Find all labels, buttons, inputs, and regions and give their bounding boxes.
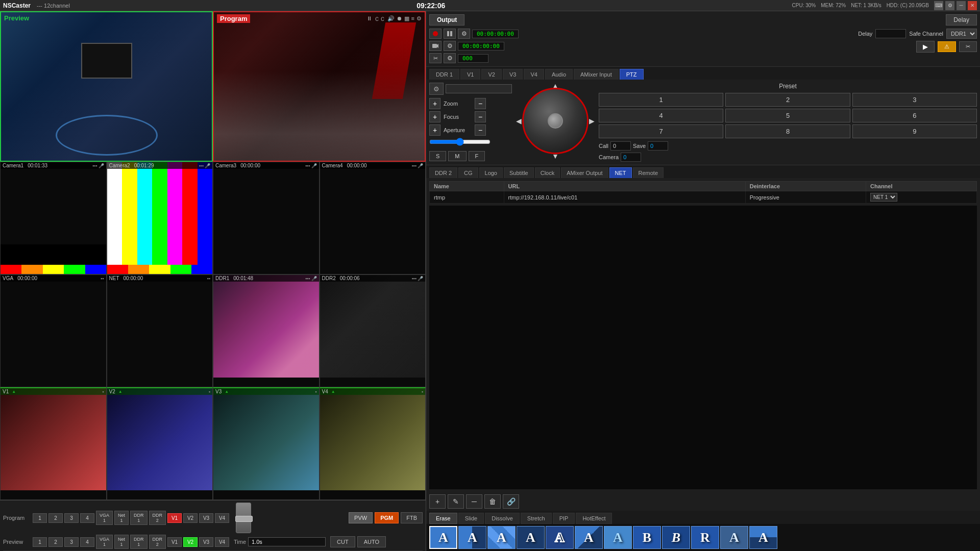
program-btn-v1[interactable]: V1 [167,513,182,523]
gear-icon[interactable]: ⚙ [416,15,422,23]
ptz-joystick[interactable]: ▲ ◀ ▶ ▼ [517,83,594,159]
tab-audio[interactable]: Audio [545,69,573,80]
program-btn-vga1[interactable]: VGA1 [96,511,113,525]
preset-btn-4[interactable]: 4 [599,109,723,122]
call-input[interactable] [610,141,631,151]
out-gear-3[interactable]: ⚙ [444,53,456,63]
cc-icon[interactable]: ＣＣ [374,15,385,23]
grid-icon[interactable]: ▦ [404,15,409,23]
audio-icon[interactable]: 🔊 [387,15,395,23]
effect-thumb-0[interactable]: A [429,526,457,549]
ptz-gear-btn[interactable]: ⚙ [429,83,444,95]
preview-btn-2[interactable]: 2 [48,537,63,547]
net-add-btn[interactable]: + [429,494,446,509]
program-btn-3[interactable]: 3 [64,513,79,523]
preset-btn-9[interactable]: 9 [852,124,977,138]
pgm-button[interactable]: PGM [375,512,399,523]
scissors-icon[interactable]: ✂ [429,53,442,63]
preview-btn-ddr2[interactable]: DDR2 [149,535,166,549]
effect-thumb-3[interactable]: A [517,526,545,549]
preview-btn-1[interactable]: 1 [33,537,47,547]
preview-btn-4[interactable]: 4 [80,537,94,547]
btab-remote[interactable]: Remote [633,167,664,178]
pvw-button[interactable]: PVW [349,512,373,523]
net-row-rtmp[interactable]: rtmp rtmp://192.168.0.11/live/c01 Progre… [430,191,977,204]
delay-cut-button[interactable]: ✂ [959,41,977,52]
preview-btn-ddr1[interactable]: DDR1 [130,535,148,549]
aperture-plus-btn[interactable]: + [429,124,440,136]
net-link-btn[interactable]: 🔗 [503,494,519,509]
pause-out-icon[interactable] [444,29,456,39]
preset-btn-3[interactable]: 3 [852,93,977,107]
effect-thumb-1[interactable]: A [458,526,486,549]
tbar[interactable] [236,503,251,533]
delay-tab[interactable]: Delay [946,14,977,26]
save-input[interactable] [648,141,668,151]
trans-tab-erase[interactable]: Erase [429,513,457,524]
preset-btn-2[interactable]: 2 [725,93,850,107]
effect-thumb-9[interactable]: R [691,526,719,549]
safe-channel-select[interactable]: DDR1 DDR2 [946,29,977,39]
trans-tab-hoteffect[interactable]: HotEffect [576,513,612,524]
effect-thumb-7[interactable]: B [633,526,661,549]
pause-icon[interactable]: ⏸ [366,15,372,23]
effect-thumb-5[interactable]: A [575,526,603,549]
btab-cg[interactable]: CG [458,167,478,178]
effect-thumb-8[interactable]: B [662,526,690,549]
close-btn[interactable]: ✕ [968,1,977,10]
preset-btn-5[interactable]: 5 [725,109,850,122]
trans-tab-slide[interactable]: Slide [458,513,484,524]
time-input[interactable] [248,537,326,546]
program-btn-ddr1[interactable]: DDR1 [130,511,148,525]
ptz-f-btn[interactable]: F [469,151,485,161]
tab-amixer-input[interactable]: AMixer Input [574,69,619,80]
program-btn-v2[interactable]: V2 [183,513,198,523]
arrow-right-icon[interactable]: ▶ [589,117,595,125]
program-btn-4[interactable]: 4 [80,513,94,523]
preview-btn-3[interactable]: 3 [64,537,79,547]
zoom-minus-btn[interactable]: − [475,98,486,109]
keyboard-btn[interactable]: ⌨ [934,1,943,10]
output-tab[interactable]: Output [429,14,464,26]
preset-btn-7[interactable]: 7 [599,124,723,138]
arrow-down-icon[interactable]: ▼ [552,152,559,160]
preview-btn-v3[interactable]: V3 [199,537,213,547]
program-btn-v3[interactable]: V3 [199,513,213,523]
preview-btn-v4[interactable]: V4 [215,537,229,547]
delay-play-button[interactable]: ▶ [916,41,935,53]
trans-tab-pip[interactable]: PIP [553,513,575,524]
btab-amixer-output[interactable]: AMixer Output [561,167,608,178]
tab-v3[interactable]: V3 [503,69,523,80]
tab-v1[interactable]: V1 [460,69,480,80]
cut-button[interactable]: CUT [330,536,355,547]
arrow-left-icon[interactable]: ◀ [516,117,522,125]
btab-clock[interactable]: Clock [535,167,560,178]
focus-plus-btn[interactable]: + [429,111,440,122]
camera-input[interactable] [621,153,641,162]
program-btn-2[interactable]: 2 [48,513,63,523]
ptz-dropdown[interactable] [446,84,512,93]
preset-btn-6[interactable]: 6 [852,109,977,122]
auto-button[interactable]: AUTO [357,536,386,547]
effect-thumb-10[interactable]: A [720,526,748,549]
trans-tab-stretch[interactable]: Stretch [521,513,552,524]
net-remove-btn[interactable]: ─ [466,494,482,509]
net-edit-btn[interactable]: ✎ [448,494,464,509]
btab-ddr2[interactable]: DDR 2 [429,167,457,178]
program-btn-net1[interactable]: Net1 [114,511,129,525]
preview-btn-v2[interactable]: V2 [183,537,198,547]
aperture-minus-btn[interactable]: − [475,124,486,136]
settings-win-btn[interactable]: ⚙ [945,1,954,10]
trans-tab-dissolve[interactable]: Dissolve [485,513,520,524]
net-channel-select[interactable]: NET 1 NET 2 [870,193,897,202]
btab-net[interactable]: NET [609,167,632,178]
camera-out-icon[interactable] [429,41,442,51]
ptz-m-btn[interactable]: M [448,151,466,161]
program-btn-v4[interactable]: V4 [215,513,229,523]
net-delete-btn[interactable]: 🗑 [484,494,501,509]
menu-icon[interactable]: ≡ [411,15,414,23]
tab-v2[interactable]: V2 [481,69,501,80]
preset-btn-8[interactable]: 8 [725,124,850,138]
program-btn-1[interactable]: 1 [33,513,47,523]
preview-btn-v1[interactable]: V1 [167,537,182,547]
